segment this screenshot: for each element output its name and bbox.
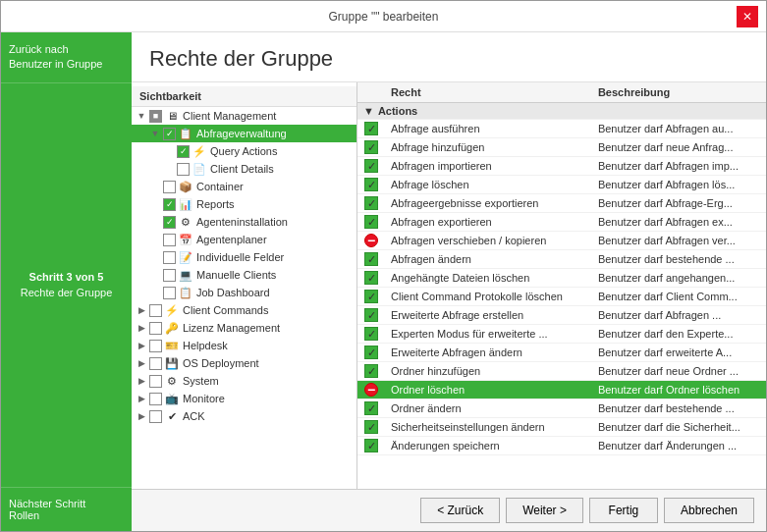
tree-expand-abfrageverwaltung[interactable]: ▼ <box>149 128 161 139</box>
rights-row-r2[interactable]: ✓Abfrage hinzufügenBenutzer darf neue An… <box>357 138 766 157</box>
rights-row-r8[interactable]: ✓Abfragen ändernBenutzer darf bestehende… <box>357 250 766 269</box>
rights-row-r1[interactable]: ✓Abfrage ausführenBenutzer darf Abfragen… <box>357 120 766 138</box>
back-nav[interactable]: Zurück nach Benutzer in Gruppe <box>1 32 132 83</box>
tree-checkbox-agentenplaner[interactable] <box>163 234 176 246</box>
tree-label-lizenz-management: Lizenz Management <box>183 322 280 334</box>
tree-checkbox-client-commands[interactable] <box>149 304 162 317</box>
rights-row-r11[interactable]: ✓Erweiterte Abfrage erstellenBenutzer da… <box>357 306 766 325</box>
tree-item-lizenz-management[interactable]: ▶🔑Lizenz Management <box>132 319 356 337</box>
tree-expand-client-details[interactable] <box>163 163 175 175</box>
tree-checkbox-client-mgmt[interactable]: ■ <box>149 110 162 123</box>
tree-item-agentenplaner[interactable]: 📅Agentenplaner <box>132 231 356 248</box>
tree-item-container[interactable]: 📦Container <box>132 178 356 195</box>
tree-expand-os-deployment[interactable]: ▶ <box>136 357 147 369</box>
next-button[interactable]: Weiter > <box>506 498 583 523</box>
tree-checkbox-monitore[interactable] <box>149 393 162 405</box>
tree-checkbox-agenteninstallation[interactable]: ✓ <box>163 216 176 229</box>
tree-expand-manuelle-clients[interactable] <box>149 269 161 281</box>
tree-item-individuelle-felder[interactable]: 📝Individuelle Felder <box>132 248 356 266</box>
tree-item-client-commands[interactable]: ▶⚡Client Commands <box>132 301 356 319</box>
tree-checkbox-reports[interactable]: ✓ <box>163 198 176 211</box>
tree-expand-agentenplaner[interactable] <box>149 234 161 245</box>
tree-expand-query-actions[interactable] <box>163 145 175 157</box>
tree-checkbox-manuelle-clients[interactable] <box>163 269 176 282</box>
tree-label-container: Container <box>196 181 244 192</box>
tree-expand-client-commands[interactable]: ▶ <box>136 304 147 316</box>
rights-row-r18[interactable]: ✓Änderungen speichernBenutzer darf Änder… <box>357 437 766 455</box>
rights-check-r5: ✓ <box>357 194 385 213</box>
tree-icon-job-dashboard: 📋 <box>178 285 193 300</box>
rights-check-r1: ✓ <box>357 120 385 138</box>
tree-expand-ack[interactable]: ▶ <box>136 410 147 422</box>
tree-expand-monitore[interactable]: ▶ <box>136 393 147 404</box>
tree-checkbox-helpdesk[interactable] <box>149 340 162 352</box>
rights-row-r16[interactable]: ✓Ordner ändernBenutzer darf bestehende .… <box>357 399 766 418</box>
main-panel: Rechte der Gruppe Sichtbarkeit ▼■🖥Client… <box>132 32 766 531</box>
tree-checkbox-lizenz-management[interactable] <box>149 322 162 335</box>
tree-label-ack: ACK <box>183 410 205 422</box>
tree-item-job-dashboard[interactable]: 📋Job Dashboard <box>132 284 356 301</box>
rights-row-r7[interactable]: −Abfragen verschieben / kopierenBenutzer… <box>357 232 766 250</box>
footer: < Zurück Weiter > Fertig Abbrechen <box>132 489 766 531</box>
section-label: ▼Actions <box>357 103 766 120</box>
tree-expand-individuelle-felder[interactable] <box>149 251 161 263</box>
cancel-button[interactable]: Abbrechen <box>664 498 754 523</box>
rights-row-r5[interactable]: ✓Abfrageergebnisse exportierenBenutzer d… <box>357 194 766 213</box>
rights-row-r13[interactable]: ✓Erweiterte Abfragen ändernBenutzer darf… <box>357 344 766 362</box>
tree-expand-helpdesk[interactable]: ▶ <box>136 340 147 351</box>
tree-icon-system: ⚙ <box>164 373 180 389</box>
tree-checkbox-os-deployment[interactable] <box>149 357 162 370</box>
tree-item-os-deployment[interactable]: ▶💾OS Deployment <box>132 354 356 372</box>
tree-expand-container[interactable] <box>149 181 161 192</box>
tree-icon-agentenplaner: 📅 <box>178 232 193 247</box>
finish-button[interactable]: Fertig <box>589 498 658 523</box>
rights-row-r14[interactable]: ✓Ordner hinzufügenBenutzer darf neue Ord… <box>357 362 766 381</box>
rights-row-r12[interactable]: ✓Experten Modus für erweiterte ...Benutz… <box>357 325 766 344</box>
green-check-icon: ✓ <box>364 122 378 135</box>
rights-row-r3[interactable]: ✓Abfragen importierenBenutzer darf Abfra… <box>357 157 766 176</box>
tree-item-query-actions[interactable]: ✓⚡Query Actions <box>132 142 356 160</box>
panel-body: Sichtbarkeit ▼■🖥Client Management▼✓📋Abfr… <box>132 82 766 489</box>
rights-row-r10[interactable]: ✓Client Command Protokolle löschenBenutz… <box>357 288 766 306</box>
tree-item-helpdesk[interactable]: ▶🎫Helpdesk <box>132 337 356 354</box>
tree-label-individuelle-felder: Individuelle Felder <box>196 251 284 263</box>
tree-item-ack[interactable]: ▶✔ACK <box>132 407 356 425</box>
tree-expand-job-dashboard[interactable] <box>149 287 161 298</box>
close-button[interactable]: ✕ <box>737 6 758 27</box>
rights-row-r15[interactable]: −Ordner löschenBenutzer darf Ordner lösc… <box>357 381 766 399</box>
tree-checkbox-job-dashboard[interactable] <box>163 287 176 299</box>
back-button[interactable]: < Zurück <box>420 498 500 523</box>
green-check-icon: ✓ <box>364 140 378 154</box>
tree-item-client-details[interactable]: 📄Client Details <box>132 160 356 178</box>
tree-item-agenteninstallation[interactable]: ✓⚙Agenteninstallation <box>132 213 356 231</box>
tree-item-abfrageverwaltung[interactable]: ▼✓📋Abfrageverwaltung <box>132 125 356 142</box>
rights-row-r9[interactable]: ✓Angehängte Dateien löschenBenutzer darf… <box>357 269 766 288</box>
green-check-icon: ✓ <box>364 215 378 229</box>
tree-item-client-mgmt[interactable]: ▼■🖥Client Management <box>132 107 356 125</box>
tree-item-monitore[interactable]: ▶📺Monitore <box>132 390 356 407</box>
next-nav[interactable]: Nächster Schritt Rollen <box>1 487 132 531</box>
rights-check-r13: ✓ <box>357 344 385 362</box>
rights-row-r4[interactable]: ✓Abfrage löschenBenutzer darf Abfragen l… <box>357 176 766 194</box>
tree-checkbox-container[interactable] <box>163 181 176 193</box>
tree-expand-client-mgmt[interactable]: ▼ <box>136 110 147 122</box>
tree-expand-system[interactable]: ▶ <box>136 375 147 387</box>
tree-item-system[interactable]: ▶⚙System <box>132 372 356 390</box>
tree-checkbox-ack[interactable] <box>149 410 162 423</box>
tree-item-manuelle-clients[interactable]: 💻Manuelle Clients <box>132 266 356 284</box>
tree-expand-agenteninstallation[interactable] <box>149 216 161 228</box>
tree-checkbox-abfrageverwaltung[interactable]: ✓ <box>163 128 176 140</box>
rights-check-r12: ✓ <box>357 325 385 344</box>
tree-checkbox-client-details[interactable] <box>177 163 190 176</box>
tree-expand-reports[interactable] <box>149 198 161 210</box>
rights-row-r6[interactable]: ✓Abfragen exportierenBenutzer darf Abfra… <box>357 213 766 232</box>
tree-icon-helpdesk: 🎫 <box>164 338 180 353</box>
rights-label-r1: Abfrage ausführen <box>385 120 592 138</box>
tree-checkbox-individuelle-felder[interactable] <box>163 251 176 264</box>
green-check-icon: ✓ <box>364 196 378 210</box>
tree-checkbox-system[interactable] <box>149 375 162 388</box>
rights-row-r17[interactable]: ✓Sicherheitseinstellungen ändernBenutzer… <box>357 418 766 437</box>
tree-checkbox-query-actions[interactable]: ✓ <box>177 145 190 158</box>
tree-item-reports[interactable]: ✓📊Reports <box>132 195 356 213</box>
tree-expand-lizenz-management[interactable]: ▶ <box>136 322 147 334</box>
